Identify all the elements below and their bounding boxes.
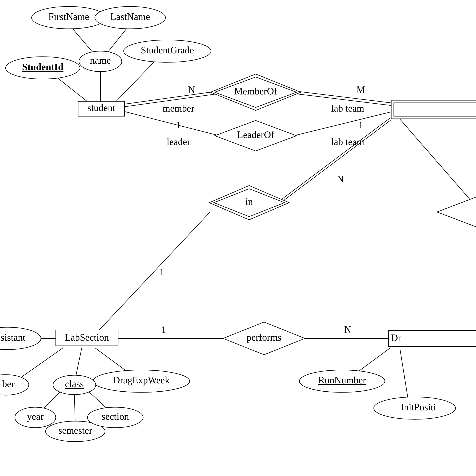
- rel-in-label: in: [245, 196, 253, 207]
- attr-year-label: year: [27, 411, 44, 422]
- attr-initposition-label: InitPositi: [401, 402, 436, 412]
- role-labteam1: lab team: [331, 103, 364, 114]
- card-n-in: N: [337, 174, 344, 184]
- er-diagram: FirstName LastName name StudentGrade Stu…: [0, 0, 476, 476]
- card-1-performs: 1: [161, 324, 166, 335]
- card-n-memberof: N: [188, 85, 195, 95]
- attr-studentid-label: StudentId: [22, 62, 64, 72]
- entity-dragexprun-label: Dr: [391, 332, 401, 343]
- edge-right-offscreen: [400, 119, 476, 206]
- edge-student-leaderof: [125, 112, 220, 136]
- entity-right: [394, 103, 476, 116]
- edge-in-right-2: [279, 120, 391, 204]
- edge-in-right-1: [279, 118, 391, 201]
- card-1-leaderof-r: 1: [358, 120, 363, 130]
- attr-class-label: class: [65, 379, 84, 389]
- rel-performs-label: performs: [247, 332, 282, 343]
- rel-offscreen: [437, 197, 476, 227]
- rel-memberof-label: MemberOf: [234, 86, 277, 97]
- attr-runnumber-label: RunNumber: [318, 375, 366, 385]
- attr-assistant-label: ssistant: [0, 332, 25, 343]
- attr-name-label: name: [90, 55, 111, 66]
- entity-labsection-label: LabSection: [65, 332, 109, 343]
- rel-leaderof-label: LeaderOf: [237, 129, 274, 140]
- attr-ber-label: ber: [2, 379, 15, 389]
- edge-student-memberof-1: [125, 91, 220, 104]
- role-member: member: [163, 103, 194, 114]
- edge-in-labsection: [95, 212, 210, 335]
- entity-student-label: student: [87, 102, 116, 113]
- card-n-performs: N: [344, 324, 351, 335]
- edge-dragexprun-initposition: [400, 348, 409, 405]
- card-1-in: 1: [159, 267, 164, 277]
- attr-dragexpweek-label: DragExpWeek: [113, 375, 170, 385]
- attr-firstname-label: FirstName: [48, 11, 89, 22]
- role-leader: leader: [167, 136, 190, 147]
- attr-semester-label: semester: [58, 425, 92, 436]
- attr-section-label: section: [102, 411, 129, 422]
- edge-memberof-right-1: [294, 91, 392, 103]
- attr-lastname-label: LastName: [110, 11, 150, 22]
- attr-studentgrade-label: StudentGrade: [141, 45, 194, 55]
- card-1-leaderof-l: 1: [176, 120, 181, 130]
- edge-leaderof-right: [294, 112, 392, 136]
- role-labteam2: lab team: [331, 136, 364, 147]
- entity-dragexprun: [389, 331, 476, 346]
- card-m-memberof: M: [357, 85, 365, 95]
